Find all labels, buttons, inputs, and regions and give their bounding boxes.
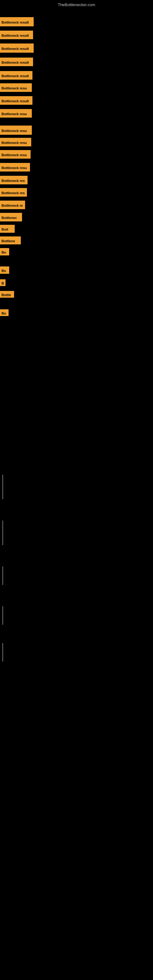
bottleneck-result-badge: Bottleneck resu [0,163,30,172]
bottleneck-result-badge: Bo [0,266,9,274]
bottleneck-result-badge: Bottleneck result [0,71,32,80]
bottleneck-result-badge: Bottleneck resu [0,150,30,159]
bottleneck-result-badge: Bottle [0,291,14,298]
bottleneck-result-badge: Bottlene [0,236,21,244]
bottleneck-result-badge: Bottleneck result [0,57,33,66]
bottleneck-result-badge: Bottleneck res [0,176,27,185]
bottleneck-result-badge: Bottleneck resu [0,83,32,92]
vertical-line [2,520,3,545]
bottleneck-result-badge: Bottleneck result [0,43,33,52]
bottleneck-result-badge: Bottleneck resu [0,126,32,135]
bottleneck-result-badge: Bottlenec [0,213,22,221]
vertical-line [2,475,3,499]
bottleneck-result-badge: Bottleneck resu [0,138,31,146]
site-title: TheBottlenecker.com [58,2,95,7]
bottleneck-result-badge: Bottleneck re [0,200,25,209]
bottleneck-result-badge: Bo [0,309,9,316]
bottleneck-result-badge: Bottleneck result [0,30,33,39]
vertical-line [2,566,3,585]
vertical-line [2,643,3,662]
vertical-line [2,606,3,625]
bottleneck-result-badge: B [0,279,5,286]
bottleneck-result-badge: Bottleneck result [0,96,32,105]
bottleneck-result-badge: Bottleneck resu [0,109,32,118]
bottleneck-result-badge: Bo [0,248,9,255]
bottleneck-result-badge: Bottleneck result [0,17,33,26]
bottleneck-result-badge: Bottleneck res [0,188,27,197]
bottleneck-result-badge: Bott [0,225,15,233]
